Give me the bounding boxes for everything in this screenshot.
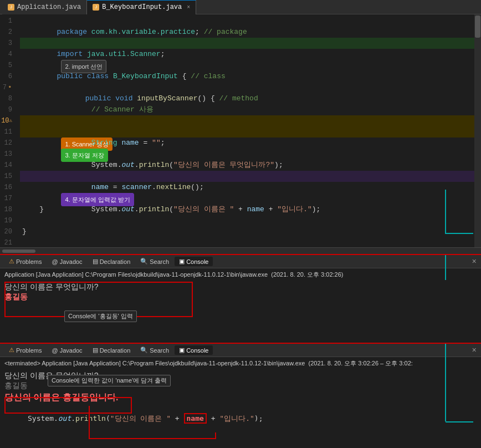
tab-label-1: Application.java (17, 3, 81, 11)
teal-arrow-vertical-1 (445, 190, 446, 234)
javadoc-icon-2: @ (52, 347, 58, 354)
panel-tab-search-1[interactable]: 🔍 Search (136, 257, 173, 266)
teal-arrow-v3 (445, 344, 446, 421)
gutter-14: 14 (0, 160, 17, 171)
declaration-label-2: Declaration (100, 347, 131, 354)
gutter-10: 10 ⚠ (0, 115, 17, 126)
console-panel-2: ⚠ Problems @ Javadoc ▤ Declaration 🔍 Sea… (0, 343, 481, 448)
code-line-14 (20, 160, 474, 171)
h-scroll-thumb[interactable] (2, 250, 35, 253)
gutter-6: 6 (0, 71, 17, 82)
page-wrapper: J Application.java J B_KeyboardInput.jav… (0, 0, 481, 448)
tab-close-icon[interactable]: × (187, 4, 190, 11)
teal-arrow-h3 (446, 421, 473, 422)
panel-tab-console-1[interactable]: ▣ Console (175, 257, 213, 266)
panel-close-1[interactable]: × (472, 257, 477, 266)
search-icon-1: 🔍 (140, 258, 148, 265)
javadoc-label-2: Javadoc (60, 347, 83, 354)
annotation-name-output: Console에 입력한 값이 'name'에 담겨 출력 (48, 375, 171, 386)
gutter-18: 18 (0, 204, 17, 215)
search-label-1: Search (150, 258, 169, 265)
vertical-scrollbar[interactable] (474, 14, 481, 247)
code-line-11: String name = ""; 3. 문자열 저장 (20, 126, 474, 138)
code-line-13: System.out.println("당신의 이름은 무엇입니까?"); (20, 149, 474, 160)
console-path-1: Application [Java Application] C:\Progra… (4, 271, 477, 279)
panel-tab-declaration-2[interactable]: ▤ Declaration (88, 345, 135, 355)
code-line-9: // import 하기 (20, 104, 474, 115)
panel-tab-problems-2[interactable]: ⚠ Problems (4, 345, 46, 355)
tab-keyboard-input[interactable]: J B_KeyboardInput.java × (87, 0, 196, 14)
panel-tab-console-2[interactable]: ▣ Console (175, 345, 213, 355)
red-arrow-h1 (89, 438, 216, 439)
panel-tab-declaration-1[interactable]: ▤ Declaration (88, 257, 135, 266)
name-badge-highlight: name (184, 413, 207, 424)
code-line-10: Scanner scanner = new Scanner(System.in)… (20, 115, 474, 126)
gutter-3: 3 (0, 38, 17, 49)
code-line-8: // Scanner 사용 (20, 93, 474, 104)
gutter-2: 2 (0, 27, 17, 38)
declaration-label-1: Declaration (100, 258, 131, 265)
gutter-7: 7⚬ (0, 82, 17, 93)
teal-arrow-v2 (445, 255, 446, 280)
code-line-7: public void inputByScanner() { // method (20, 82, 474, 93)
code-line-16 (20, 182, 474, 193)
gutter-5: 5 (0, 60, 17, 71)
gutter-9: 9 (0, 104, 17, 115)
problems-label-1: Problems (16, 258, 42, 265)
gutter-17: 17 (0, 193, 17, 204)
gutter-1: 1 (0, 16, 17, 27)
gutter-19: 19 (0, 215, 17, 226)
panel-tab-problems-1[interactable]: ⚠ Problems (4, 257, 46, 266)
bottom-code-line: System.out.println("당신의 이름은 " + name + "… (0, 411, 481, 426)
annotation-console-input: Console에 '홍길동' 입력 (64, 310, 137, 322)
code-line-5: public class B_KeyboardInput { // class (20, 60, 474, 71)
panel-tab-javadoc-2[interactable]: @ Javadoc (47, 346, 86, 355)
code-line-6 (20, 71, 474, 82)
java-file-icon-2: J (93, 4, 99, 11)
panel-tab-search-2[interactable]: 🔍 Search (136, 345, 173, 355)
code-line-17: System.out.println("당신의 이름은 " + name + "… (20, 193, 474, 204)
tab-bar: J Application.java J B_KeyboardInput.jav… (0, 0, 481, 14)
javadoc-label-1: Javadoc (60, 258, 83, 265)
panel-tabs-1: ⚠ Problems @ Javadoc ▤ Declaration 🔍 Sea… (0, 255, 481, 268)
code-line-2 (20, 27, 474, 38)
code-line-1: package com.kh.variable.practice; // pac… (20, 16, 474, 27)
code-line-4 (20, 49, 474, 60)
code-line-20: } (20, 226, 474, 237)
gutter-4: 4 (0, 49, 17, 60)
gutter-20: 20 (0, 226, 17, 237)
gutter-15: 15 (0, 171, 17, 182)
console-label-2: Console (186, 347, 208, 354)
panel-tab-javadoc-1[interactable]: @ Javadoc (47, 257, 86, 266)
console-icon-2: ▣ (179, 347, 185, 354)
gutter-12: 12 (0, 138, 17, 149)
gutter-8: 8 (0, 93, 17, 104)
problems-icon-2: ⚠ (9, 347, 14, 354)
gutter-13: 13 (0, 149, 17, 160)
code-line-12 (20, 138, 474, 149)
javadoc-icon-1: @ (52, 258, 58, 265)
code-line-3: import java.util.Scanner; 2. import 선언 (20, 38, 474, 49)
tab-label-2: B_KeyboardInput.java (102, 3, 182, 11)
problems-icon-1: ⚠ (9, 258, 14, 265)
console-output-result: 당신의 이름은 홍길동입니다. (4, 392, 477, 404)
console-content-2: <terminated> Application [Java Applicati… (0, 357, 481, 406)
scroll-thumb[interactable] (475, 16, 480, 38)
console-panel-1: ⚠ Problems @ Javadoc ▤ Declaration 🔍 Sea… (0, 254, 481, 343)
gutter-11: 11 (0, 126, 17, 138)
gutter-16: 16 (0, 182, 17, 193)
red-arrow-v2 (215, 432, 216, 439)
code-line-18: } (20, 204, 474, 215)
search-icon-2: 🔍 (140, 347, 148, 354)
gutter-21: 21 (0, 237, 17, 248)
tab-application-java[interactable]: J Application.java (2, 0, 87, 14)
console-path-2: <terminated> Application [Java Applicati… (4, 359, 477, 368)
declaration-icon-1: ▤ (93, 258, 98, 265)
console-output-question-1: 당신의 이름은 무엇입니까? (4, 281, 477, 292)
declaration-icon-2: ▤ (93, 347, 98, 354)
console-input-row: 홍길동 (4, 292, 477, 302)
panel-close-2[interactable]: × (472, 346, 477, 355)
horizontal-scrollbar[interactable] (0, 247, 481, 254)
code-line-19 (20, 215, 474, 226)
code-editor[interactable]: package com.kh.variable.practice; // pac… (20, 14, 474, 247)
